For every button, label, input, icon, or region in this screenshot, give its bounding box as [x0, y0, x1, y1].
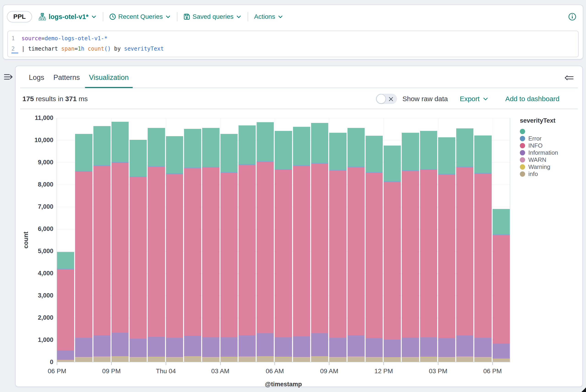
bar-segment[interactable] — [402, 171, 419, 338]
bar-column[interactable] — [293, 127, 310, 362]
tab-logs[interactable]: Logs — [24, 74, 49, 88]
bar-column[interactable] — [166, 136, 183, 362]
bar-segment[interactable] — [112, 356, 129, 356]
bar-segment[interactable] — [329, 357, 346, 357]
bar-column[interactable] — [420, 131, 437, 362]
bar-segment[interactable] — [75, 172, 92, 338]
bar-segment[interactable] — [474, 357, 492, 358]
bar-segment[interactable] — [220, 357, 238, 357]
bar-segment[interactable] — [94, 166, 110, 335]
bar-segment[interactable] — [112, 162, 129, 163]
bar-segment[interactable] — [348, 357, 365, 362]
bar-segment[interactable] — [402, 170, 419, 171]
bar-segment[interactable] — [474, 357, 492, 357]
bar-column[interactable] — [275, 131, 292, 362]
resize-handle[interactable] — [582, 388, 586, 392]
bar-segment[interactable] — [166, 357, 183, 357]
bar-segment[interactable] — [184, 168, 201, 336]
bar-segment[interactable] — [384, 181, 401, 182]
bar-segment[interactable] — [456, 336, 474, 357]
bar-segment[interactable] — [256, 122, 274, 161]
bar-segment[interactable] — [75, 338, 92, 357]
bar-column[interactable] — [94, 126, 110, 362]
bar-segment[interactable] — [57, 360, 74, 360]
bar-segment[interactable] — [238, 165, 256, 335]
raw-data-toggle[interactable] — [376, 94, 397, 104]
bar-segment[interactable] — [366, 173, 383, 338]
bar-segment[interactable] — [456, 356, 474, 357]
bar-segment[interactable] — [184, 129, 201, 168]
legend-item[interactable] — [520, 128, 579, 135]
bar-segment[interactable] — [275, 357, 292, 362]
bar-segment[interactable] — [384, 358, 401, 362]
bar-segment[interactable] — [166, 338, 183, 357]
bar-segment[interactable] — [166, 174, 183, 338]
bar-segment[interactable] — [94, 356, 110, 357]
bar-segment[interactable] — [238, 357, 256, 357]
recent-queries-button[interactable]: Recent Queries — [109, 13, 171, 20]
bar-segment[interactable] — [402, 338, 419, 357]
bar-segment[interactable] — [256, 162, 274, 333]
bar-segment[interactable] — [184, 357, 201, 362]
bar-segment[interactable] — [220, 134, 238, 172]
bar-segment[interactable] — [166, 173, 183, 174]
bar-segment[interactable] — [130, 339, 147, 357]
bar-segment[interactable] — [420, 170, 437, 337]
bar-segment[interactable] — [275, 131, 292, 169]
bar-segment[interactable] — [202, 357, 219, 358]
bar-segment[interactable] — [366, 172, 383, 173]
bar-segment[interactable] — [329, 133, 346, 170]
bar-segment[interactable] — [420, 337, 437, 357]
bar-segment[interactable] — [474, 358, 492, 362]
bar-segment[interactable] — [311, 356, 328, 356]
bar-column[interactable] — [402, 133, 419, 362]
bar-segment[interactable] — [256, 161, 274, 162]
bar-segment[interactable] — [57, 269, 74, 269]
bar-segment[interactable] — [202, 168, 219, 337]
bar-segment[interactable] — [202, 357, 219, 357]
bar-segment[interactable] — [148, 357, 165, 362]
bar-segment[interactable] — [256, 356, 274, 357]
bar-segment[interactable] — [420, 357, 437, 357]
bar-segment[interactable] — [438, 357, 455, 358]
bar-segment[interactable] — [166, 357, 183, 358]
bar-segment[interactable] — [420, 169, 437, 170]
bar-column[interactable] — [57, 252, 74, 362]
bar-segment[interactable] — [456, 128, 474, 166]
bar-segment[interactable] — [130, 357, 147, 357]
saved-queries-button[interactable]: Saved queries — [183, 13, 242, 20]
bar-segment[interactable] — [130, 177, 147, 339]
bar-segment[interactable] — [220, 337, 238, 357]
bar-segment[interactable] — [184, 356, 201, 357]
bar-segment[interactable] — [75, 358, 92, 362]
bar-segment[interactable] — [112, 122, 129, 162]
bar-segment[interactable] — [420, 357, 437, 357]
bar-segment[interactable] — [311, 164, 328, 333]
bar-segment[interactable] — [474, 136, 492, 173]
legend-item[interactable]: INFO — [520, 142, 579, 149]
bar-segment[interactable] — [329, 170, 346, 338]
bar-segment[interactable] — [220, 172, 238, 173]
bar-segment[interactable] — [402, 358, 419, 362]
bar-segment[interactable] — [329, 338, 346, 357]
bar-segment[interactable] — [492, 359, 510, 362]
legend-item[interactable]: info — [520, 170, 579, 178]
bar-segment[interactable] — [438, 137, 455, 174]
bar-segment[interactable] — [148, 337, 165, 357]
tab-visualization[interactable]: Visualization — [84, 74, 133, 88]
bar-column[interactable] — [256, 122, 274, 362]
bar-segment[interactable] — [275, 357, 292, 357]
bar-segment[interactable] — [57, 360, 74, 362]
bar-column[interactable] — [438, 137, 455, 362]
bar-segment[interactable] — [474, 338, 492, 357]
bar-segment[interactable] — [130, 357, 147, 358]
bar-segment[interactable] — [420, 131, 437, 169]
bar-column[interactable] — [130, 140, 147, 362]
bar-segment[interactable] — [220, 357, 238, 357]
bar-segment[interactable] — [238, 335, 256, 357]
bar-column[interactable] — [112, 122, 129, 362]
bar-segment[interactable] — [57, 350, 74, 360]
bar-segment[interactable] — [438, 174, 455, 174]
bar-segment[interactable] — [238, 356, 256, 357]
bar-segment[interactable] — [275, 170, 292, 337]
